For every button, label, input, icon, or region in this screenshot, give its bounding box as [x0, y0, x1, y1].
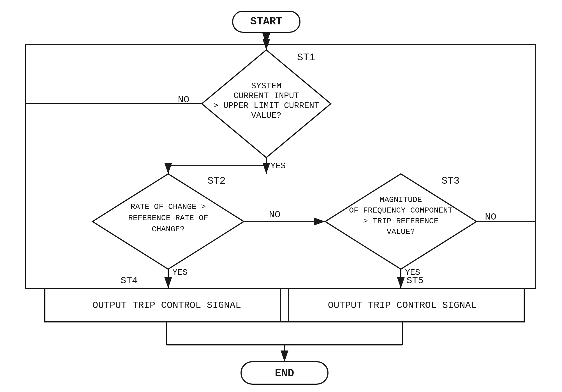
st1-question-line4: VALUE?	[251, 111, 281, 120]
st1-question-line2: CURRENT INPUT	[233, 91, 299, 101]
st3-no-label: NO	[485, 212, 496, 222]
st3-question-line4: VALUE?	[387, 227, 415, 236]
st1-label: ST1	[297, 52, 315, 63]
flowchart-diagram: START ST1 SYSTEM CURRENT INPUT > UPPER L…	[0, 0, 562, 392]
st2-yes-label: YES	[172, 268, 188, 277]
st1-question-line1: SYSTEM	[251, 81, 281, 91]
st2-question-line2: REFERENCE RATE OF	[128, 214, 208, 222]
st1-yes-label: YES	[270, 161, 286, 171]
start-label: START	[250, 15, 282, 27]
st4-action: OUTPUT TRIP CONTROL SIGNAL	[92, 300, 241, 311]
st5-label: ST5	[406, 275, 424, 286]
st2-question-line1: RATE OF CHANGE >	[131, 202, 206, 211]
st2-question-line3: CHANGE?	[152, 225, 185, 234]
st2-no-label: NO	[269, 209, 281, 220]
st3-question-line1: MAGNITUDE	[380, 195, 422, 204]
st3-question-line2: OF FREQUENCY COMPONENT	[349, 206, 453, 215]
st5-action: OUTPUT TRIP CONTROL SIGNAL	[328, 300, 477, 311]
st1-question-line3: > UPPER LIMIT CURRENT	[213, 101, 319, 110]
st4-label: ST4	[121, 275, 138, 286]
st2-label: ST2	[207, 175, 226, 187]
end-label: END	[275, 367, 294, 379]
st3-label: ST3	[441, 175, 460, 187]
st3-question-line3: > TRIP REFERENCE	[363, 217, 439, 225]
